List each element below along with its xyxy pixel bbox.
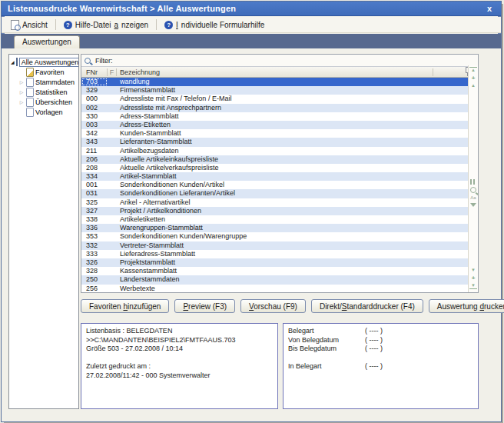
cell-flag bbox=[108, 258, 117, 267]
filter-icon[interactable] bbox=[470, 203, 476, 207]
column-header-f[interactable]: F bbox=[108, 68, 117, 76]
vorschau-f9-button[interactable]: Vorschau (F9) bbox=[240, 299, 306, 313]
close-button[interactable]: x bbox=[484, 4, 495, 13]
scroll-top-icon[interactable]: ▲ bbox=[469, 67, 477, 73]
cell-flag bbox=[108, 241, 117, 250]
expander-icon[interactable]: ▷ bbox=[18, 99, 25, 105]
table-row[interactable]: 328Kassenstammblatt bbox=[81, 267, 478, 275]
table-row[interactable]: 330Adress-Stammblatt bbox=[81, 112, 478, 121]
table-row[interactable]: 327Projekt / Artikelkonditionen bbox=[81, 207, 478, 215]
toolbar-button-hilfe-datei-anzeigen[interactable]: ?Hilfe-Datei anzeigen bbox=[59, 19, 153, 31]
table-row[interactable]: 250Länderstammdaten bbox=[81, 275, 478, 284]
table-row[interactable]: 343Lieferanten-Stammblatt bbox=[81, 138, 478, 146]
document-icon bbox=[26, 78, 34, 87]
sidebar-item-favoriten[interactable]: Favoriten bbox=[9, 67, 78, 77]
direkt-standarddrucker-f4-button[interactable]: Direkt/Standarddrucker (F4) bbox=[311, 299, 423, 313]
page-down-icon[interactable]: + bbox=[469, 275, 477, 281]
table-row[interactable]: 256Werbetexte bbox=[81, 285, 478, 293]
columns-icon[interactable] bbox=[470, 179, 476, 185]
field-value: ( ---- ) bbox=[365, 362, 383, 371]
cell-bezeichnung: Lieferadress-Stammblatt bbox=[117, 250, 433, 258]
table-row[interactable]: 342Kunden-Stammblatt bbox=[81, 129, 478, 138]
cell-bezeichnung: Kassenstammblatt bbox=[117, 267, 433, 275]
table-row[interactable]: 003Adress-Etiketten bbox=[81, 121, 478, 129]
expander-icon[interactable]: ◢ bbox=[11, 59, 15, 65]
filter-label: Filter: bbox=[95, 57, 113, 65]
table-row[interactable]: 353Sonderkonditionen Kunden/Warengruppe bbox=[81, 232, 478, 241]
tab-auswertungen[interactable]: Auswertungen bbox=[14, 35, 80, 48]
favoriten-hinzufuegen-button[interactable]: Favoriten hinzufügen bbox=[81, 299, 169, 313]
expander-icon[interactable]: ▷ bbox=[18, 79, 25, 85]
cell-bezeichnung: Artikeletiketten bbox=[117, 215, 433, 224]
cell-bezeichnung: Sonderkonditionen Kunden/Artikel bbox=[117, 181, 433, 189]
cell-bezeichnung: Adress-Etiketten bbox=[117, 121, 433, 129]
sidebar-item-label: Favoriten bbox=[35, 68, 65, 76]
table-row[interactable]: 338Artikeletiketten bbox=[81, 215, 478, 224]
cell-fnr: 343 bbox=[81, 138, 108, 146]
table-row[interactable]: 002Adressliste mit Ansprechpartnern bbox=[81, 104, 478, 112]
table-row[interactable]: 211Artikelbezugsdaten bbox=[81, 147, 478, 155]
table-row[interactable]: 332Vertreter-Stammblatt bbox=[81, 241, 478, 250]
cell-flag bbox=[108, 250, 117, 258]
table-row[interactable]: 334Artikel-Stammblatt bbox=[81, 172, 478, 181]
cell-flag bbox=[108, 112, 117, 121]
file-info-panel: Listenbasis : BELEGDATEN>>C:\MANDANTEN\B… bbox=[81, 323, 278, 409]
field-row: In Belegart( ---- ) bbox=[288, 362, 473, 371]
sidebar-item-statistiken[interactable]: ▷Statistiken bbox=[9, 87, 78, 97]
info-line: Zuletzt gedruckt am : bbox=[86, 362, 273, 371]
sidebar-item-vorlagen[interactable]: Vorlagen bbox=[9, 107, 78, 117]
cell-bezeichnung: Firmenstammblatt bbox=[117, 86, 433, 95]
cell-flag bbox=[108, 104, 117, 112]
cell-fnr: 329 bbox=[81, 86, 108, 95]
filter-search-icon[interactable] bbox=[85, 58, 91, 64]
table-row[interactable]: 326Projektstammblatt bbox=[81, 258, 478, 267]
cell-bezeichnung: Sonderkonditionen Kunden/Warengruppe bbox=[117, 232, 433, 241]
sidebar-item-uebersichten[interactable]: ▷Übersichten bbox=[9, 97, 78, 107]
cell-bezeichnung: Projekt / Artikelkonditionen bbox=[117, 207, 433, 215]
auswertung-drucken-button[interactable]: Auswertung drucken bbox=[429, 299, 504, 313]
table-row[interactable]: 336Warengruppen-Stammblatt bbox=[81, 224, 478, 232]
scroll-down-icon[interactable]: ▼ bbox=[469, 268, 477, 273]
cell-fnr: 336 bbox=[81, 224, 108, 232]
window-title: Listenausdrucke Warenwirtschaft > Alle A… bbox=[8, 4, 484, 13]
table-row[interactable]: 001Sonderkonditionen Kunden/Artikel bbox=[81, 181, 478, 189]
text-search-icon[interactable]: Aa bbox=[469, 195, 477, 201]
cell-bezeichnung: Adressliste mit Ansprechpartnern bbox=[117, 104, 433, 112]
cell-fnr: 031 bbox=[81, 189, 108, 198]
table-row[interactable]: 329Firmenstammblatt bbox=[81, 86, 478, 95]
cell-flag bbox=[108, 121, 117, 129]
cell-fnr: 208 bbox=[81, 164, 108, 172]
toolbar-button-individuelle-formularhilfe[interactable]: ?Individuelle Formularhilfe bbox=[160, 19, 269, 31]
app-window: Listenausdrucke Warenwirtschaft > Alle A… bbox=[2, 2, 501, 421]
table-row[interactable]: 703wandlung bbox=[81, 78, 478, 86]
preview-f3-button[interactable]: Preview (F3) bbox=[174, 299, 235, 313]
table-row[interactable]: 206Aktuelle Artikeleinkaufspreisliste bbox=[81, 155, 478, 164]
table-row[interactable]: 031Sonderkonditionen Lieferanten/Artikel bbox=[81, 189, 478, 198]
column-header-bezeichnung[interactable]: Bezeichnung bbox=[117, 68, 433, 76]
cell-flag bbox=[108, 224, 117, 232]
table-row[interactable]: 333Lieferadress-Stammblatt bbox=[81, 250, 478, 258]
table-row[interactable]: 208Aktuelle Artikelverkaufspreisliste bbox=[81, 164, 478, 172]
cell-bezeichnung: Vertreter-Stammblatt bbox=[117, 241, 433, 250]
column-header-fnr[interactable]: FNr bbox=[81, 68, 108, 76]
field-label: Belegart bbox=[288, 327, 365, 336]
cell-fnr: 330 bbox=[81, 112, 108, 121]
sidebar-item-stammdaten[interactable]: ▷Stammdaten bbox=[9, 77, 78, 87]
info-line: 27.02.2008/11:42 - 000 Systemverwalter bbox=[86, 371, 273, 381]
table-row[interactable]: 325Arikel - Alternativartikel bbox=[81, 198, 478, 207]
cell-bezeichnung: Projektstammblatt bbox=[117, 258, 433, 267]
cell-fnr: 003 bbox=[81, 121, 108, 129]
scroll-up-icon[interactable]: ▲ bbox=[469, 83, 477, 88]
toolbar-button-ansicht[interactable]: Ansicht bbox=[6, 18, 52, 32]
scroll-bottom-icon[interactable]: ▼ bbox=[469, 283, 477, 289]
cell-flag bbox=[108, 78, 117, 86]
cell-flag bbox=[108, 138, 117, 146]
sidebar-item-label: Stammdaten bbox=[35, 78, 75, 86]
search-icon[interactable] bbox=[470, 187, 476, 193]
expander-icon[interactable]: ▷ bbox=[18, 89, 25, 95]
belegart-panel: Belegart( ---- )Von Belegdatum( ---- )Bi… bbox=[283, 323, 479, 409]
page-up-icon[interactable]: + bbox=[469, 75, 477, 81]
cell-flag bbox=[108, 232, 117, 241]
table-row[interactable]: 000Adressliste mit Fax / Telefon / E-Mai… bbox=[81, 95, 478, 103]
tree-root-alle-auswertungen[interactable]: ◢ Alle Auswertungen bbox=[9, 57, 78, 67]
